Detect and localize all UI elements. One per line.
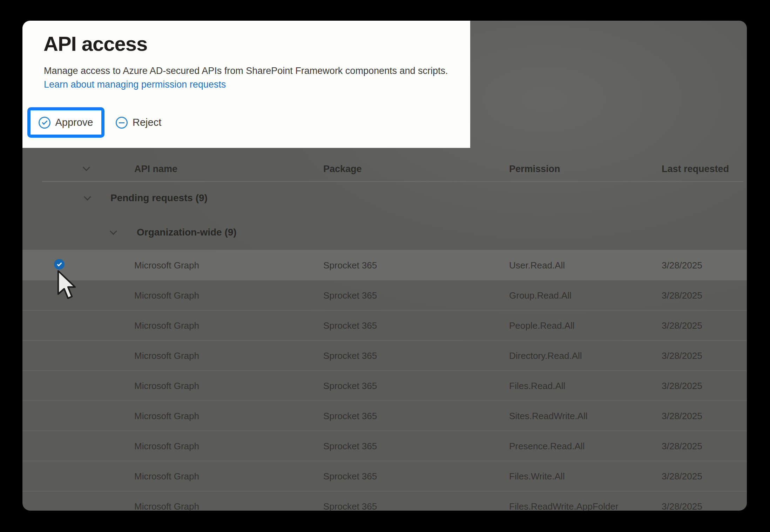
cell-package: Sprocket 365 — [323, 411, 377, 422]
cell-package: Sprocket 365 — [323, 290, 377, 301]
column-header-last-requested[interactable]: Last requested — [662, 164, 729, 175]
table-row[interactable]: Microsoft Graph Sprocket 365 Group.Read.… — [22, 280, 747, 310]
table-row[interactable]: Microsoft Graph Sprocket 365 Sites.ReadW… — [22, 401, 747, 431]
collapse-all-chevron-icon[interactable] — [83, 166, 88, 172]
chevron-down-icon[interactable] — [84, 193, 91, 200]
table-row[interactable]: Microsoft Graph Sprocket 365 Files.Read.… — [22, 370, 747, 401]
table-row[interactable]: Microsoft Graph Sprocket 365 Presence.Re… — [22, 431, 747, 461]
cell-permission: Files.Write.All — [509, 471, 565, 482]
cell-api-name: Microsoft Graph — [134, 501, 199, 511]
header-separator — [42, 181, 743, 182]
cell-package: Sprocket 365 — [323, 320, 377, 331]
cell-package: Sprocket 365 — [323, 441, 377, 452]
table-header-row: API name Package Permission Last request… — [22, 159, 747, 181]
table-row[interactable]: Microsoft Graph Sprocket 365 User.Read.A… — [22, 250, 747, 280]
cell-last-requested: 3/28/2025 — [662, 320, 702, 331]
learn-more-link[interactable]: Learn about managing permission requests — [44, 79, 226, 90]
cell-permission: Group.Read.All — [509, 290, 572, 301]
cell-permission: Files.ReadWrite.AppFolder — [509, 501, 619, 511]
api-access-page: API access Manage access to Azure AD-sec… — [22, 21, 747, 511]
cell-permission: People.Read.All — [509, 320, 574, 331]
page-description: Manage access to Azure AD-secured APIs f… — [44, 66, 448, 76]
reject-minus-icon — [116, 117, 128, 129]
table-row[interactable]: Microsoft Graph Sprocket 365 Directory.R… — [22, 340, 747, 370]
cell-last-requested: 3/28/2025 — [662, 441, 702, 452]
reject-button[interactable]: Reject — [109, 107, 168, 138]
group-label-pending: Pending requests (9) — [110, 192, 208, 204]
cell-api-name: Microsoft Graph — [134, 290, 199, 301]
header-panel: API access Manage access to Azure AD-sec… — [22, 21, 470, 148]
chevron-down-icon[interactable] — [110, 227, 117, 235]
cell-permission: Directory.Read.All — [509, 350, 582, 361]
group-row-organization-wide[interactable]: Organization-wide (9) — [22, 222, 747, 246]
cell-api-name: Microsoft Graph — [134, 441, 199, 452]
cell-package: Sprocket 365 — [323, 260, 377, 271]
cell-api-name: Microsoft Graph — [134, 320, 199, 331]
approve-button[interactable]: Approve — [27, 107, 104, 138]
cell-last-requested: 3/28/2025 — [662, 290, 702, 301]
column-header-package[interactable]: Package — [323, 164, 362, 175]
cell-permission: User.Read.All — [509, 260, 565, 271]
cell-api-name: Microsoft Graph — [134, 260, 199, 271]
cell-package: Sprocket 365 — [323, 381, 377, 391]
page-title: API access — [43, 32, 147, 55]
row-checkbox-checked[interactable] — [54, 259, 65, 270]
cell-permission: Sites.ReadWrite.All — [509, 411, 588, 422]
group-row-pending-requests[interactable]: Pending requests (9) — [22, 187, 747, 212]
cell-permission: Files.Read.All — [509, 381, 565, 391]
cell-last-requested: 3/28/2025 — [662, 260, 702, 271]
cell-api-name: Microsoft Graph — [134, 350, 199, 361]
cell-last-requested: 3/28/2025 — [662, 381, 702, 391]
table-row[interactable]: Microsoft Graph Sprocket 365 People.Read… — [22, 310, 747, 340]
cell-permission: Presence.Read.All — [509, 441, 585, 452]
cell-api-name: Microsoft Graph — [134, 381, 199, 391]
column-header-api-name[interactable]: API name — [134, 164, 177, 175]
table-row[interactable]: Microsoft Graph Sprocket 365 Files.Write… — [22, 461, 747, 491]
cell-package: Sprocket 365 — [323, 350, 377, 361]
approve-check-icon — [39, 117, 50, 129]
cell-last-requested: 3/28/2025 — [662, 501, 702, 511]
cell-last-requested: 3/28/2025 — [662, 350, 702, 361]
cell-package: Sprocket 365 — [323, 471, 377, 482]
cell-package: Sprocket 365 — [323, 501, 377, 511]
cell-api-name: Microsoft Graph — [134, 411, 199, 422]
group-label-organization-wide: Organization-wide (9) — [137, 227, 237, 238]
cell-last-requested: 3/28/2025 — [662, 411, 702, 422]
stage: API access Manage access to Azure AD-sec… — [0, 0, 770, 532]
approve-button-label: Approve — [55, 117, 93, 128]
column-header-permission[interactable]: Permission — [509, 164, 560, 175]
reject-button-label: Reject — [133, 117, 161, 128]
table-rows: Microsoft Graph Sprocket 365 User.Read.A… — [22, 250, 747, 511]
cell-api-name: Microsoft Graph — [134, 471, 199, 482]
cell-last-requested: 3/28/2025 — [662, 471, 702, 482]
table-row[interactable]: Microsoft Graph Sprocket 365 Files.ReadW… — [22, 491, 747, 511]
